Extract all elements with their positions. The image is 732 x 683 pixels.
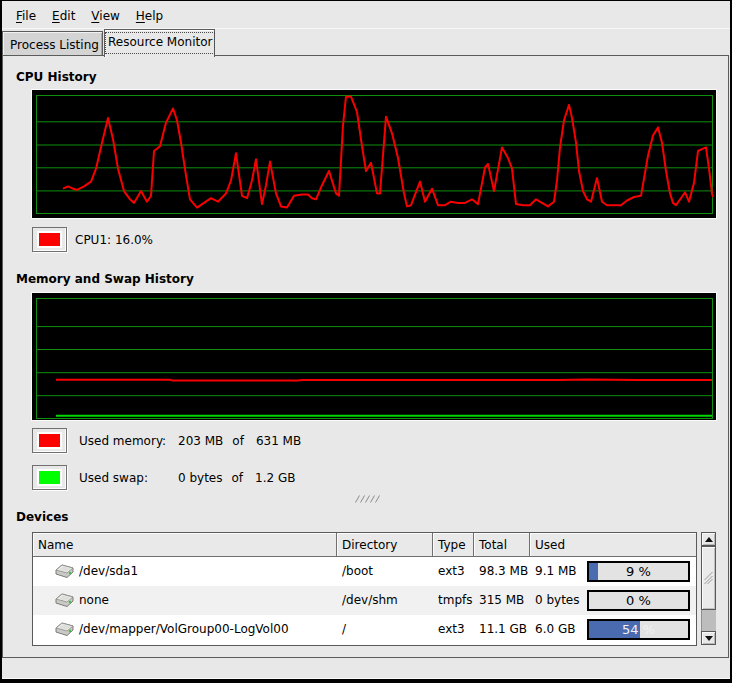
menu-edit[interactable]: Edit xyxy=(44,1,83,26)
tab-process-listing[interactable]: Process Listing xyxy=(2,31,103,55)
device-directory: / xyxy=(337,615,433,644)
cpu1-legend-swatch xyxy=(32,227,67,252)
cpu-history-graph xyxy=(32,90,716,218)
column-header-directory[interactable]: Directory xyxy=(337,533,433,557)
used-swap-legend-swatch xyxy=(32,465,67,490)
scrollbar-up-button[interactable] xyxy=(701,532,716,546)
hard-disk-icon xyxy=(55,564,75,582)
hard-disk-icon xyxy=(55,593,75,611)
device-name: /dev/sda1 xyxy=(33,565,138,578)
device-usage-progress-bar: 54 % xyxy=(587,619,690,640)
used-swap-legend-conj: of xyxy=(232,471,244,485)
column-header-total[interactable]: Total xyxy=(474,533,530,557)
used-memory-legend-conj: of xyxy=(232,434,244,448)
device-type: ext3 xyxy=(433,615,474,644)
menu-file[interactable]: File xyxy=(8,1,44,26)
devices-title: Devices xyxy=(16,510,68,524)
cpu-history-title: CPU History xyxy=(16,70,97,84)
down-arrow-icon xyxy=(705,636,713,641)
memory-swap-graph xyxy=(32,293,716,420)
device-total: 11.1 GB xyxy=(474,615,530,644)
pane-resize-grip-lines xyxy=(355,494,381,504)
progress-bar-percent-label: 9 % xyxy=(589,563,688,580)
device-name-cell: /dev/mapper/VolGroup00-LogVol00 xyxy=(33,615,337,644)
tab-process-listing-label: Process Listing xyxy=(10,38,99,52)
used-swap-legend-total: 1.2 GB xyxy=(255,471,295,485)
menu-view[interactable]: View xyxy=(83,1,127,26)
device-usage-progress-bar: 0 % xyxy=(587,590,690,611)
column-header-name[interactable]: Name xyxy=(33,533,337,557)
hard-disk-icon xyxy=(55,622,75,640)
devices-table-header: NameDirectoryTypeTotalUsed xyxy=(33,533,696,557)
device-name-cell: /dev/sda1 xyxy=(33,557,337,586)
used-swap-legend-value: 0 bytes xyxy=(178,471,223,485)
device-row-1[interactable]: /dev/sda1/bootext398.3 MB9.1 MB9 % xyxy=(33,557,696,586)
used-memory-legend-total: 631 MB xyxy=(256,434,301,448)
cpu1-legend-color-chip xyxy=(37,231,62,248)
column-header-type[interactable]: Type xyxy=(433,533,474,557)
device-used-cell: 0 bytes0 % xyxy=(530,586,696,615)
tab-resource-monitor-label: Resource Monitor xyxy=(105,32,215,54)
pane-resize-grip[interactable] xyxy=(355,493,381,503)
device-directory: /dev/shm xyxy=(337,586,433,615)
device-used: 6.0 GB xyxy=(535,622,575,636)
scrollbar-thumb-grip-icon xyxy=(704,571,713,585)
cpu1-legend-label: CPU1: 16.0% xyxy=(75,233,153,247)
tab-resource-monitor[interactable]: Resource Monitor xyxy=(104,29,215,57)
used-memory-legend-color-chip xyxy=(37,432,62,449)
progress-bar-percent-label: 54 % xyxy=(589,621,688,638)
used-memory-legend-value: 203 MB xyxy=(178,434,223,448)
device-row-3[interactable]: /dev/mapper/VolGroup00-LogVol00/ext311.1… xyxy=(33,615,696,644)
menu-bar: FileEditViewHelp xyxy=(2,1,730,28)
devices-vertical-scrollbar[interactable] xyxy=(701,532,716,645)
device-usage-progress-bar: 9 % xyxy=(587,561,690,582)
scrollbar-down-button[interactable] xyxy=(701,631,716,645)
device-total: 98.3 MB xyxy=(474,557,530,586)
devices-table-rows: /dev/sda1/bootext398.3 MB9.1 MB9 %none/d… xyxy=(33,557,696,644)
device-type: ext3 xyxy=(433,557,474,586)
used-memory-legend-label: Used memory: xyxy=(79,434,178,448)
device-type: tmpfs xyxy=(433,586,474,615)
used-swap-legend-color-chip xyxy=(37,469,62,486)
system-monitor-window: FileEditViewHelp Process Listing Resourc… xyxy=(0,0,732,683)
cpu-history-chart xyxy=(31,89,717,219)
device-directory: /boot xyxy=(337,557,433,586)
devices-table: NameDirectoryTypeTotalUsed /dev/sda1/boo… xyxy=(32,532,697,646)
memory-swap-history-chart xyxy=(31,292,717,421)
memory-swap-history-title: Memory and Swap History xyxy=(16,272,194,286)
used-memory-legend-row: Used memory:203 MBof631 MB xyxy=(79,434,301,448)
column-header-used[interactable]: Used xyxy=(530,533,696,557)
progress-bar-percent-label: 0 % xyxy=(589,592,688,609)
up-arrow-icon xyxy=(705,537,713,542)
device-name-cell: none xyxy=(33,586,337,615)
device-used-cell: 6.0 GB54 % xyxy=(530,615,696,644)
menu-help[interactable]: Help xyxy=(128,1,171,26)
used-memory-legend-swatch xyxy=(32,428,67,453)
window-border-bottom xyxy=(0,679,732,683)
device-used: 9.1 MB xyxy=(535,564,576,578)
used-swap-legend-row: Used swap:0 bytesof1.2 GB xyxy=(79,471,296,485)
used-swap-legend-label: Used swap: xyxy=(79,471,178,485)
scrollbar-thumb[interactable] xyxy=(701,546,716,610)
device-used: 0 bytes xyxy=(535,593,580,607)
window-border-left xyxy=(0,0,2,683)
device-used-cell: 9.1 MB9 % xyxy=(530,557,696,586)
device-total: 315 MB xyxy=(474,586,530,615)
device-row-2[interactable]: none/dev/shmtmpfs315 MB0 bytes0 % xyxy=(33,586,696,615)
window-border-top xyxy=(0,0,732,1)
status-bar xyxy=(2,658,730,678)
